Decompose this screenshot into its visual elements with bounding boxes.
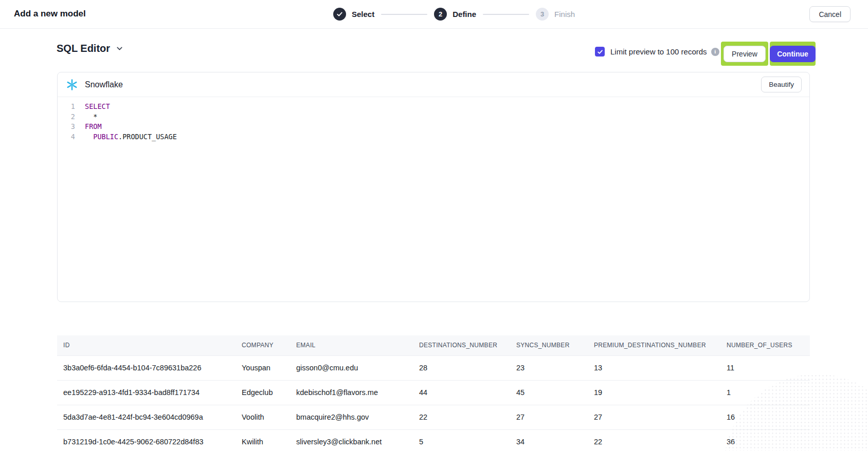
column-header-company: COMPANY <box>236 335 290 355</box>
cell-id: b731219d-1c0e-4425-9062-680722d84f83 <box>57 429 236 451</box>
code-text: * <box>85 112 97 122</box>
step-finish-label: Finish <box>554 10 575 18</box>
column-header-id: ID <box>57 335 236 355</box>
cell-id: ee195229-a913-4fd1-9334-bad8ff171734 <box>57 380 236 405</box>
editor-type-dropdown[interactable]: SQL Editor <box>57 43 123 54</box>
step-finish: 3 Finish <box>536 8 575 21</box>
beautify-button[interactable]: Beautify <box>761 77 802 92</box>
line-number: 4 <box>64 132 75 142</box>
cell-company: Youspan <box>236 355 290 380</box>
cell-syncs-number: 34 <box>510 429 588 451</box>
preview-highlight-annotation: Preview <box>721 42 768 66</box>
cell-premium-destinations-number: 13 <box>588 355 720 380</box>
cell-number-of-users: 16 <box>720 405 810 429</box>
code-line: 1 SELECT <box>64 102 809 112</box>
cell-number-of-users: 1 <box>720 380 810 405</box>
sql-code-editor[interactable]: 1 SELECT 2 * 3 FROM 4 PUBLIC.PRODUCT_USA… <box>58 97 809 142</box>
table-row: b731219d-1c0e-4425-9062-680722d84f83 Kwi… <box>57 429 810 451</box>
cell-email: gisson0@cmu.edu <box>290 355 413 380</box>
step-connector <box>483 14 529 15</box>
cell-destinations-number: 28 <box>413 355 510 380</box>
cell-destinations-number: 5 <box>413 429 510 451</box>
step-finish-indicator: 3 <box>536 8 549 21</box>
limit-preview-label[interactable]: Limit preview to 100 records <box>610 47 707 56</box>
table-row: 3b3a0ef6-6fda-4454-b104-7c89631ba226 You… <box>57 355 810 380</box>
step-select[interactable]: Select <box>333 8 374 21</box>
code-line: 4 PUBLIC.PRODUCT_USAGE <box>64 132 809 142</box>
check-icon <box>597 49 603 55</box>
source-name: Snowflake <box>85 80 123 89</box>
cell-syncs-number: 27 <box>510 405 588 429</box>
sql-editor-header: Snowflake Beautify <box>58 72 809 97</box>
cell-syncs-number: 23 <box>510 355 588 380</box>
cell-syncs-number: 45 <box>510 380 588 405</box>
check-icon <box>336 11 343 17</box>
cell-email: bmacquire2@hhs.gov <box>290 405 413 429</box>
cell-email: sliversley3@clickbank.net <box>290 429 413 451</box>
cancel-button[interactable]: Cancel <box>809 6 851 22</box>
cell-premium-destinations-number: 22 <box>588 429 720 451</box>
cell-premium-destinations-number: 27 <box>588 405 720 429</box>
step-select-label: Select <box>352 10 374 18</box>
chevron-down-icon <box>116 45 123 52</box>
preview-results-table: ID COMPANY EMAIL DESTINATIONS_NUMBER SYN… <box>57 335 810 451</box>
info-icon[interactable]: i <box>711 48 719 56</box>
column-header-email: EMAIL <box>290 335 413 355</box>
code-text: FROM <box>85 122 102 132</box>
step-define[interactable]: 2 Define <box>434 8 476 21</box>
continue-button[interactable]: Continue <box>770 46 816 62</box>
cell-email: kdebischof1@flavors.me <box>290 380 413 405</box>
page-title: Add a new model <box>14 9 86 19</box>
column-header-syncs-number: SYNCS_NUMBER <box>510 335 588 355</box>
line-number: 2 <box>64 112 75 122</box>
column-header-destinations-number: DESTINATIONS_NUMBER <box>413 335 510 355</box>
cell-number-of-users: 11 <box>720 355 810 380</box>
table-row: 5da3d7ae-4e81-424f-bc94-3e604cd0969a Voo… <box>57 405 810 429</box>
code-text: SELECT <box>85 102 110 112</box>
step-define-indicator: 2 <box>434 8 447 21</box>
sql-editor-panel: Snowflake Beautify 1 SELECT 2 * 3 FROM 4… <box>57 72 810 302</box>
cell-destinations-number: 44 <box>413 380 510 405</box>
column-header-premium-destinations-number: PREMIUM_DESTINATIONS_NUMBER <box>588 335 720 355</box>
table-header-row: ID COMPANY EMAIL DESTINATIONS_NUMBER SYN… <box>57 335 810 355</box>
wizard-stepper: Select 2 Define 3 Finish <box>333 0 575 28</box>
continue-highlight-annotation: Continue <box>770 42 816 66</box>
cell-company: Kwilith <box>236 429 290 451</box>
cell-company: Voolith <box>236 405 290 429</box>
cell-destinations-number: 22 <box>413 405 510 429</box>
cell-company: Edgeclub <box>236 380 290 405</box>
editor-type-label: SQL Editor <box>57 43 110 54</box>
code-text: .PRODUCT_USAGE <box>118 132 177 142</box>
cell-premium-destinations-number: 19 <box>588 380 720 405</box>
top-bar: Add a new model Select 2 Define 3 Finish… <box>0 0 868 29</box>
column-header-number-of-users: NUMBER_OF_USERS <box>720 335 810 355</box>
line-number: 3 <box>64 122 75 132</box>
snowflake-icon <box>65 78 79 91</box>
code-line: 3 FROM <box>64 122 809 132</box>
step-connector <box>381 14 427 15</box>
step-select-indicator <box>333 8 346 21</box>
preview-button[interactable]: Preview <box>724 46 766 62</box>
table-row: ee195229-a913-4fd1-9334-bad8ff171734 Edg… <box>57 380 810 405</box>
code-line: 2 * <box>64 112 809 122</box>
limit-preview-checkbox[interactable] <box>595 47 605 57</box>
line-number: 1 <box>64 102 75 112</box>
code-text: PUBLIC <box>85 132 118 142</box>
limit-preview-group: Limit preview to 100 records i <box>595 47 719 57</box>
cell-number-of-users: 36 <box>720 429 810 451</box>
cell-id: 3b3a0ef6-6fda-4454-b104-7c89631ba226 <box>57 355 236 380</box>
cell-id: 5da3d7ae-4e81-424f-bc94-3e604cd0969a <box>57 405 236 429</box>
step-define-label: Define <box>453 10 476 18</box>
